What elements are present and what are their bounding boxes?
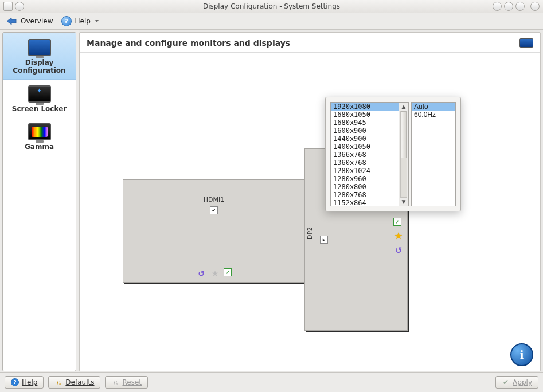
window-sticky-button[interactable]	[15, 2, 24, 11]
identify-monitor-icon[interactable]	[519, 38, 533, 48]
reset-button-label: Reset	[122, 378, 142, 386]
monitor-icon	[5, 39, 73, 56]
sidebar-item-display-configuration[interactable]: Display Configuration	[3, 33, 76, 80]
info-icon[interactable]: i	[510, 343, 533, 366]
resolution-option[interactable]: 1366x768	[331, 151, 399, 159]
resolution-option[interactable]: 1152x864	[331, 199, 399, 206]
primary-star-icon[interactable]: ★	[393, 230, 404, 241]
display-label: HDMI1	[123, 196, 304, 203]
help-button[interactable]: ? Help	[5, 376, 44, 389]
scale-icon[interactable]: ⤢	[224, 268, 232, 276]
defaults-button[interactable]: ⎌ Defaults	[48, 376, 100, 389]
resolution-option[interactable]: 1920x1080	[331, 103, 399, 111]
resolution-option[interactable]: 1280x960	[331, 175, 399, 183]
toolbar: Overview ? Help	[0, 13, 543, 30]
sidebar-list: Display Configuration Screen Locker Gamm…	[2, 32, 76, 371]
scroll-up-icon[interactable]: ▲	[402, 104, 406, 109]
resolution-option[interactable]: 1440x900	[331, 135, 399, 143]
monitor-lock-icon	[5, 85, 73, 103]
resolution-scrollbar[interactable]: ▲ ▼	[399, 103, 408, 206]
resolution-option[interactable]: 1680x945	[331, 119, 399, 127]
display-hdmi1[interactable]: HDMI1 ✔ ↺ ★ ⤢	[123, 179, 305, 283]
apply-check-icon: ✔	[502, 378, 510, 386]
refresh-rate-option[interactable]: Auto	[412, 103, 455, 111]
resolution-option[interactable]: 1280x800	[331, 183, 399, 191]
titlebar: Display Configuration - System Settings	[0, 0, 543, 13]
display-layout-canvas[interactable]: HDMI1 ✔ ↺ ★ ⤢ DP2 ▸ ⤢ ★ ↺	[80, 54, 540, 371]
display-label: DP2	[306, 227, 314, 240]
primary-star-icon[interactable]: ★	[210, 268, 220, 279]
resolution-option[interactable]: 1280x1024	[331, 167, 399, 175]
help-icon: ?	[61, 16, 72, 26]
resolution-listbox-wrap: 1920x10801680x10501680x9451600x9001440x9…	[330, 102, 409, 206]
resolution-option[interactable]: 1600x900	[331, 127, 399, 135]
window-help-button[interactable]	[493, 2, 502, 11]
scale-icon[interactable]: ⤢	[393, 218, 401, 226]
content-header: Manage and configure monitors and displa…	[80, 33, 540, 53]
apply-button[interactable]: ✔ Apply	[495, 376, 538, 389]
reset-icon: ⎌	[111, 378, 119, 386]
resolution-option[interactable]: 1280x768	[331, 191, 399, 199]
rotate-icon[interactable]: ↺	[393, 245, 404, 256]
window-minimize-button[interactable]	[504, 2, 513, 11]
reset-button[interactable]: ⎌ Reset	[105, 376, 148, 389]
sidebar-item-label: Screen Locker	[5, 105, 73, 113]
scroll-track[interactable]	[400, 111, 407, 198]
apply-button-label: Apply	[513, 378, 532, 386]
resolution-option[interactable]: 1680x1050	[331, 111, 399, 119]
defaults-button-label: Defaults	[65, 378, 94, 386]
rotate-icon[interactable]: ↺	[196, 268, 206, 279]
display-tools: ⤢ ★ ↺	[393, 218, 404, 256]
window-maximize-button[interactable]	[515, 2, 525, 11]
help-button-label: Help	[22, 378, 37, 386]
display-enable-checkbox[interactable]: ✔	[210, 206, 218, 214]
back-arrow-icon	[6, 17, 17, 26]
display-enable-checkbox[interactable]: ▸	[320, 236, 328, 244]
refresh-rate-listbox[interactable]: Auto60.0Hz	[411, 102, 456, 206]
overview-label: Overview	[21, 17, 53, 25]
refresh-rate-option[interactable]: 60.0Hz	[412, 111, 455, 119]
scroll-down-icon[interactable]: ▼	[402, 199, 406, 205]
display-tools: ↺ ★ ⤢	[196, 268, 232, 279]
defaults-icon: ⎌	[54, 378, 62, 386]
help-menu-button[interactable]: ? Help	[61, 16, 99, 26]
sidebar: Display Configuration Screen Locker Gamm…	[0, 30, 79, 374]
help-label: Help	[75, 17, 91, 25]
help-icon: ?	[11, 378, 19, 386]
sidebar-item-screen-locker[interactable]: Screen Locker	[3, 80, 76, 117]
resolution-option[interactable]: 1360x768	[331, 159, 399, 167]
sidebar-item-label: Gamma	[5, 143, 73, 151]
bottom-button-bar: ? Help ⎌ Defaults ⎌ Reset ✔ Apply	[0, 372, 543, 392]
sidebar-item-label: Display Configuration	[5, 58, 73, 75]
monitor-gamma-icon	[5, 123, 73, 140]
window-close-button[interactable]	[530, 2, 540, 11]
content-panel: Manage and configure monitors and displa…	[79, 32, 541, 371]
overview-button[interactable]: Overview	[6, 17, 53, 26]
resolution-listbox[interactable]: 1920x10801680x10501680x9451600x9001440x9…	[331, 103, 399, 206]
resolution-option[interactable]: 1400x1050	[331, 143, 399, 151]
window-menu-button[interactable]	[3, 2, 13, 11]
page-title: Manage and configure monitors and displa…	[87, 38, 290, 48]
scroll-thumb[interactable]	[401, 111, 407, 158]
sidebar-item-gamma[interactable]: Gamma	[3, 117, 76, 155]
window-title: Display Configuration - System Settings	[0, 2, 543, 10]
resolution-popup: 1920x10801680x10501680x9451600x9001440x9…	[325, 97, 461, 211]
chevron-down-icon	[95, 20, 99, 22]
